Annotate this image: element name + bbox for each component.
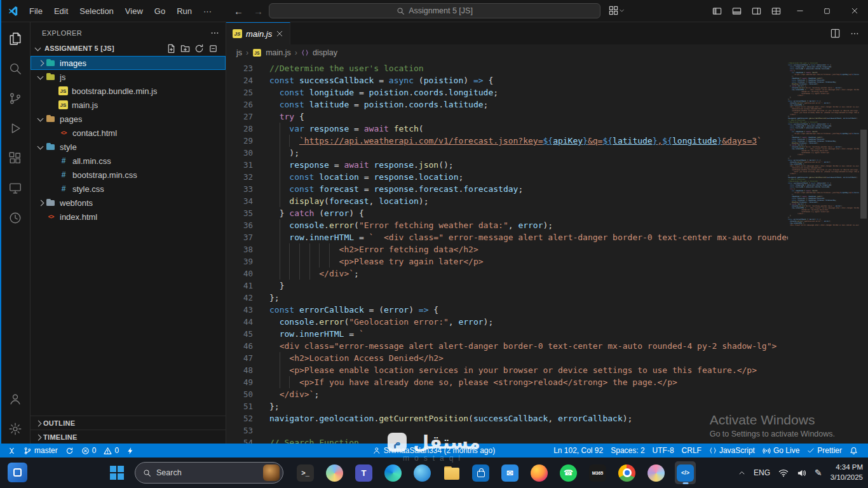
history-forward-icon[interactable]: →: [254, 6, 263, 16]
editor-more-icon[interactable]: [850, 29, 859, 38]
language-indicator[interactable]: ENG: [754, 468, 770, 477]
wifi-icon[interactable]: [778, 468, 789, 478]
activity-extensions[interactable]: [0, 143, 31, 173]
split-editor-icon[interactable]: [831, 29, 840, 38]
activity-source-control[interactable]: [0, 83, 31, 113]
status-encoding[interactable]: UTF-8: [649, 444, 678, 458]
history-back-icon[interactable]: ←: [234, 6, 243, 16]
tab-main-js[interactable]: JS main.js: [226, 22, 290, 44]
taskbar-file-explorer-button[interactable]: [441, 461, 462, 484]
timeline-section[interactable]: TIMELINE: [31, 430, 226, 444]
outline-section[interactable]: OUTLINE: [31, 416, 226, 430]
status-notifications[interactable]: [846, 444, 862, 458]
scrollbar-thumb[interactable]: [860, 130, 867, 219]
js-icon: JS: [58, 86, 68, 95]
toggle-sidebar-icon[interactable]: [707, 0, 727, 22]
taskbar-edge-dev-button[interactable]: [412, 461, 433, 484]
volume-icon[interactable]: [797, 468, 806, 478]
customize-layout-icon[interactable]: [766, 0, 786, 22]
explorer-item-pages[interactable]: pages: [31, 112, 226, 126]
taskbar-copilot-button[interactable]: [324, 461, 345, 484]
taskbar-edge-button[interactable]: [383, 461, 403, 484]
menu-selection[interactable]: Selection: [74, 4, 119, 18]
status-remote[interactable]: [4, 444, 20, 458]
status-gitlens-bolt[interactable]: [123, 444, 138, 458]
explorer-more-icon[interactable]: [210, 29, 219, 37]
activity-explorer[interactable]: [0, 24, 31, 53]
taskbar-m365-button[interactable]: M365: [587, 461, 608, 484]
code-editor[interactable]: 23//Determine the user's location24const…: [226, 61, 868, 444]
minimize-button[interactable]: [786, 0, 813, 22]
command-center-search[interactable]: Assignment 5 [JS]: [269, 3, 600, 18]
menu-go[interactable]: Go: [149, 4, 171, 18]
status-errors[interactable]: 0: [78, 444, 100, 458]
file-label: main.js: [72, 100, 98, 110]
activity-account[interactable]: [0, 384, 31, 414]
breadcrumb-file[interactable]: main.js: [266, 48, 291, 57]
taskbar-whatsapp-button[interactable]: ☎: [558, 461, 579, 484]
taskbar-vscode-button[interactable]: </>: [675, 461, 696, 484]
explorer-item-bootstrap.bundle.min.js[interactable]: JSbootstrap.bundle.min.js: [31, 84, 226, 98]
menu-edit[interactable]: Edit: [48, 4, 74, 18]
taskbar-widgets-button[interactable]: [8, 463, 27, 482]
maximize-button[interactable]: [813, 0, 841, 22]
status-cursor-position[interactable]: Ln 102, Col 92: [550, 444, 607, 458]
pen-icon[interactable]: ✎: [815, 468, 822, 478]
explorer-item-style.css[interactable]: #style.css: [31, 182, 226, 196]
explorer-item-bootstrap.min.css[interactable]: #bootstrap.min.css: [31, 168, 226, 182]
status-prettier[interactable]: Prettier: [803, 444, 846, 458]
toggle-panel-icon[interactable]: [727, 0, 747, 22]
new-file-icon[interactable]: [166, 44, 176, 53]
taskbar-chrome-button[interactable]: [616, 461, 637, 484]
taskbar-photos-button[interactable]: [646, 461, 667, 484]
taskbar-clock[interactable]: 4:34 PM 3/10/2025: [831, 463, 863, 482]
explorer-item-contact.html[interactable]: <>contact.html: [31, 126, 226, 140]
status-blame[interactable]: ShimaaSalah334 (2 months ago): [373, 444, 495, 458]
activity-run-debug[interactable]: [0, 113, 31, 143]
refresh-explorer-icon[interactable]: [194, 44, 204, 53]
menu-run[interactable]: Run: [171, 4, 198, 18]
code-text: };: [269, 292, 280, 304]
taskbar-mail-button[interactable]: ✉: [499, 461, 520, 484]
close-tab-icon[interactable]: [276, 30, 283, 37]
explorer-item-js[interactable]: js: [31, 70, 226, 84]
code-text: const latitude = poistion.coords.latitud…: [269, 98, 488, 111]
status-go-live[interactable]: Go Live: [759, 444, 803, 458]
new-folder-icon[interactable]: [180, 44, 190, 53]
collapse-folders-icon[interactable]: [208, 44, 218, 53]
activity-remote-explorer[interactable]: [0, 173, 31, 203]
activity-gitlens[interactable]: [0, 203, 31, 233]
menu-file[interactable]: File: [24, 4, 48, 18]
close-button[interactable]: [841, 0, 868, 22]
explorer-item-main.js[interactable]: JSmain.js: [31, 98, 226, 112]
breadcrumb-folder[interactable]: js: [236, 48, 242, 57]
breadcrumb-symbol[interactable]: display: [313, 48, 337, 57]
minimap[interactable]: //Determine the user's locationconst suc…: [788, 61, 859, 444]
activity-settings[interactable]: [0, 414, 31, 444]
explorer-item-index.html[interactable]: <>index.html: [31, 210, 226, 224]
explorer-section-header[interactable]: ASSIGNMENT 5 [JS]: [31, 41, 226, 55]
explorer-item-all.min.css[interactable]: #all.min.css: [31, 154, 226, 168]
toggle-secondary-sidebar-icon[interactable]: [747, 0, 766, 22]
status-sync[interactable]: [62, 444, 78, 458]
explorer-item-style[interactable]: style: [31, 140, 226, 154]
menu-more[interactable]: ···: [198, 4, 217, 18]
status-eol[interactable]: CRLF: [678, 444, 705, 458]
explorer-item-webfonts[interactable]: webfonts: [31, 196, 226, 210]
start-button[interactable]: [107, 463, 127, 483]
status-branch[interactable]: master: [20, 444, 62, 458]
status-language-mode[interactable]: JavaScript: [705, 444, 759, 458]
status-warnings[interactable]: 0: [100, 444, 123, 458]
taskbar-search[interactable]: Search: [135, 462, 283, 484]
taskbar-firefox-button[interactable]: [529, 461, 550, 484]
editor-scrollbar[interactable]: [859, 61, 868, 444]
taskbar-store-button[interactable]: [470, 461, 491, 484]
explorer-item-images[interactable]: images: [31, 56, 226, 70]
taskbar-teams-button[interactable]: T: [353, 461, 374, 484]
menu-view[interactable]: View: [119, 4, 149, 18]
apps-menu[interactable]: [609, 6, 625, 15]
taskbar-terminal-button[interactable]: >_: [295, 461, 316, 484]
status-indentation[interactable]: Spaces: 2: [607, 444, 648, 458]
activity-search[interactable]: [0, 53, 31, 83]
hidden-icons-chevron[interactable]: [738, 470, 745, 477]
